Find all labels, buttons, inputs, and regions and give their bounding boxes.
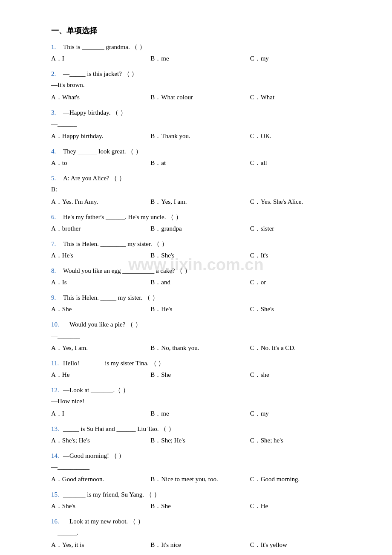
question-text: This is Helen. ________ my sister. （ ） [63,239,349,249]
question-extra: —__________ [51,462,349,472]
option-item[interactable]: B．It's nice [150,539,250,551]
question-extra: —______ [51,119,349,129]
question-block: 14.—Good morning! （ ）—__________A．Good a… [51,451,349,485]
option-item[interactable]: C．It's yellow [250,539,349,551]
question-block: 1.This is _______ grandma. （ ）A．IB．meC．m… [51,42,349,64]
question-line: 3.—Happy birthday. （ ） [51,107,349,118]
option-item[interactable]: C．Good morning. [250,474,349,485]
question-line: 9.This is Helen. _____ my sister. （ ） [51,292,349,303]
option-item[interactable]: B．Thank you. [150,130,250,142]
question-text: This is Helen. _____ my sister. （ ） [63,292,349,303]
option-item[interactable]: A．Yes, I am. [51,342,150,354]
option-item[interactable]: A．What's [51,92,150,103]
question-number: 15. [51,491,63,498]
question-text: —Look at my new robot. （ ） [63,516,349,526]
option-item[interactable]: B．Yes, I am. [150,196,250,208]
option-item[interactable]: B．She [150,369,250,381]
question-extra: —______. [51,527,349,538]
question-text: —_____ is this jacket? （ ） [63,69,349,79]
option-item[interactable]: C．No. It's a CD. [250,342,349,354]
question-text: —Would you like a pie? （ ） [63,319,349,330]
question-text: This is _______ grandma. （ ） [63,42,349,52]
option-item[interactable]: A．She's [51,500,150,512]
question-number: 16. [51,518,63,525]
option-item[interactable]: A．I [51,53,150,64]
question-number: 12. [51,387,63,394]
question-block: 5.A: Are you Alice? （ ）B: ________A．Yes.… [51,173,349,208]
option-item[interactable]: C．OK. [250,130,349,142]
question-line: 14.—Good morning! （ ） [51,451,349,461]
question-text: A: Are you Alice? （ ） [63,173,349,183]
options-row: A．What'sB．What colourC．What [51,92,349,103]
options-row: A．toB．atC．all [51,157,349,169]
question-line: 8.Would you like an egg __________ a cak… [51,266,349,276]
question-number: 14. [51,452,63,460]
option-item[interactable]: B．What colour [150,92,250,103]
question-block: 12.—Look at _______.（ ）—How nice!A．IB．me… [51,385,349,419]
option-item[interactable]: C．It's [250,250,349,261]
option-item[interactable]: B．Nice to meet you, too. [150,474,250,485]
option-item[interactable]: A．She's; He's [51,435,150,446]
question-line: 13._____ is Su Hai and ______ Liu Tao. （… [51,424,349,434]
question-line: 16.—Look at my new robot. （ ） [51,516,349,526]
option-item[interactable]: B．me [150,53,250,64]
option-item[interactable]: C．sister [250,223,349,234]
question-number: 6. [51,214,63,221]
option-item[interactable]: A．She [51,304,150,315]
question-number: 1. [51,43,63,51]
option-item[interactable]: A．brother [51,223,150,234]
option-item[interactable]: B．No, thank you. [150,342,250,354]
option-item[interactable]: B．She; He's [150,435,250,446]
options-row: A．She'sB．SheC．He [51,500,349,512]
question-block: 7.This is Helen. ________ my sister. （ ）… [51,239,349,261]
option-item[interactable]: B．He's [150,304,250,315]
options-row: A．She's; He'sB．She; He'sC．She; he's [51,435,349,446]
options-row: A．HeB．SheC．she [51,369,349,381]
option-item[interactable]: C．or [250,277,349,288]
question-block: 3.—Happy birthday. （ ）—______A．Happy bir… [51,107,349,142]
question-line: 1.This is _______ grandma. （ ） [51,42,349,52]
question-extra: B: ________ [51,184,349,194]
option-item[interactable]: C．She's [250,304,349,315]
question-number: 13. [51,425,63,433]
option-item[interactable]: C．my [250,408,349,419]
option-item[interactable]: A．Happy birthday. [51,130,150,142]
options-row: A．Happy birthday.B．Thank you.C．OK. [51,130,349,142]
option-item[interactable]: A．Is [51,277,150,288]
question-number: 8. [51,267,63,275]
option-item[interactable]: C．all [250,157,349,169]
question-block: 2.—_____ is this jacket? （ ）—It's brown.… [51,69,349,103]
option-item[interactable]: A．He's [51,250,150,261]
option-item[interactable]: B．She [150,500,250,512]
question-text: _______ is my friend, Su Yang. （ ） [63,489,349,500]
option-item[interactable]: B．She's [150,250,250,261]
question-text: —Happy birthday. （ ） [63,107,349,118]
question-line: 5.A: Are you Alice? （ ） [51,173,349,183]
question-block: 6.He's my father's ______. He's my uncle… [51,212,349,234]
option-item[interactable]: B．grandpa [150,223,250,234]
options-row: A．IB．meC．my [51,53,349,64]
option-item[interactable]: C．my [250,53,349,64]
question-text: —Look at _______.（ ） [63,385,349,395]
option-item[interactable]: A．Yes, it is [51,539,150,551]
option-item[interactable]: B．me [150,408,250,419]
option-item[interactable]: C．What [250,92,349,103]
question-extra: —It's brown. [51,80,349,90]
question-block: 16.—Look at my new robot. （ ）—______.A．Y… [51,516,349,551]
option-item[interactable]: C．She; he's [250,435,349,446]
question-number: 3. [51,109,63,116]
option-item[interactable]: B．at [150,157,250,169]
option-item[interactable]: C．Yes. She's Alice. [250,196,349,208]
option-item[interactable]: A．Good afternoon. [51,474,150,485]
option-item[interactable]: A．to [51,157,150,169]
option-item[interactable]: C．she [250,369,349,381]
question-number: 11. [51,360,63,367]
option-item[interactable]: B．and [150,277,250,288]
option-item[interactable]: A．I [51,408,150,419]
option-item[interactable]: A．He [51,369,150,381]
option-item[interactable]: C．He [250,500,349,512]
options-row: A．Yes, it isB．It's niceC．It's yellow [51,539,349,551]
options-row: A．Good afternoon.B．Nice to meet you, too… [51,474,349,485]
question-line: 4.They ______ look great. （ ） [51,146,349,156]
option-item[interactable]: A．Yes. I'm Amy. [51,196,150,208]
